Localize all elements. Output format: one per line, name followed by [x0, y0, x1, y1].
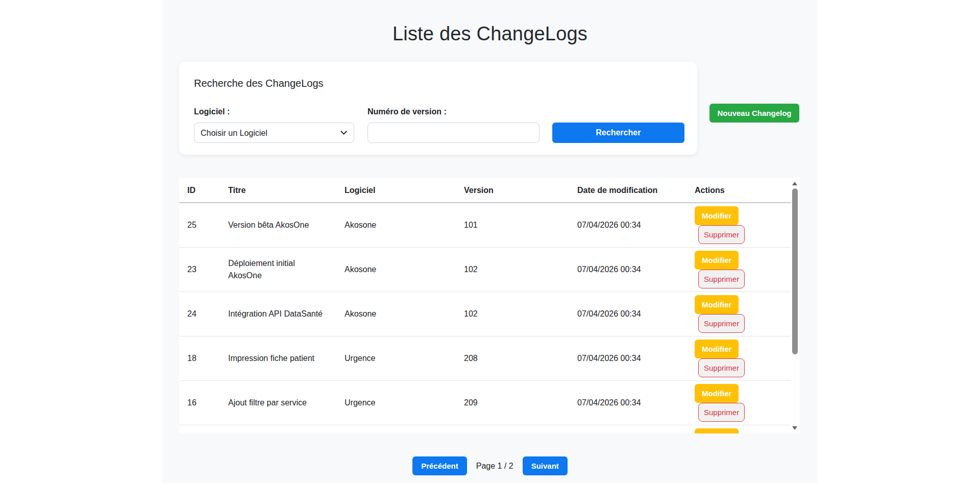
- scroll-up-icon[interactable]: [792, 182, 797, 185]
- changelog-table-container: ID Titre Logiciel Version Date de modifi…: [179, 178, 799, 433]
- header-date: Date de modification: [569, 178, 687, 203]
- changelog-table: ID Titre Logiciel Version Date de modifi…: [179, 178, 791, 433]
- table-row: 23Déploiement initial AkosOneAkosone1020…: [179, 248, 791, 292]
- version-label: Numéro de version :: [368, 107, 540, 116]
- modify-button[interactable]: Modifier: [695, 251, 739, 270]
- cell-logiciel: Urgence: [336, 336, 456, 381]
- delete-button[interactable]: Supprimer: [698, 270, 745, 288]
- modify-button[interactable]: Modifier: [695, 206, 739, 225]
- page-title: Liste des ChangeLogs: [162, 22, 818, 45]
- cell-id: 25: [179, 203, 220, 248]
- version-input[interactable]: [368, 123, 540, 143]
- pagination: Précédent Page 1 / 2 Suivant: [162, 456, 818, 475]
- table-row: 16Ajout filtre par serviceUrgence20907/0…: [179, 381, 791, 425]
- cell-titre: Intégration API DataSanté: [220, 292, 336, 336]
- table-row: 25Version bêta AkosOneAkosone10107/04/20…: [179, 203, 791, 248]
- cell-version: 209: [456, 381, 569, 425]
- header-titre: Titre: [220, 178, 336, 203]
- software-field: Logiciel : Choisir un Logiciel: [194, 107, 354, 143]
- table-row: 24Intégration API DataSantéAkosone10207/…: [179, 292, 791, 336]
- cell-id: 16: [179, 381, 220, 425]
- header-id: ID: [179, 178, 220, 203]
- cell-actions: ModifierSupprimer: [687, 203, 791, 248]
- cell-logiciel: Urgence: [336, 381, 456, 425]
- cell-date: 07/04/2026 00:34: [569, 425, 687, 434]
- modify-button[interactable]: Modifier: [695, 428, 739, 433]
- cell-id: 18: [179, 336, 220, 381]
- page-indicator: Page 1 / 2: [476, 462, 513, 471]
- software-select[interactable]: Choisir un Logiciel: [194, 123, 354, 143]
- table-scrollbar[interactable]: [791, 178, 799, 433]
- software-select-wrap: Choisir un Logiciel: [194, 123, 354, 143]
- header-logiciel: Logiciel: [336, 178, 456, 203]
- cell-date: 07/04/2026 00:34: [569, 336, 687, 381]
- table-header-row: ID Titre Logiciel Version Date de modifi…: [179, 178, 791, 203]
- cell-id: 17: [179, 425, 220, 434]
- cell-date: 07/04/2026 00:34: [569, 381, 687, 425]
- search-button[interactable]: Rechercher: [552, 123, 684, 143]
- cell-id: 24: [179, 292, 220, 336]
- next-page-button[interactable]: Suivant: [523, 456, 568, 475]
- delete-button[interactable]: Supprimer: [698, 403, 745, 422]
- table-row: 18Impression fiche patientUrgence20807/0…: [179, 336, 791, 381]
- app-root: Liste des ChangeLogs Recherche des Chang…: [162, 0, 818, 483]
- cell-version: 101: [456, 203, 569, 248]
- cell-actions: ModifierSupprimer: [687, 292, 791, 336]
- previous-page-button[interactable]: Précédent: [412, 456, 467, 475]
- cell-date: 07/04/2026 00:34: [569, 248, 687, 292]
- cell-logiciel: Akosone: [336, 292, 456, 336]
- cell-titre: Optimisation requêtes SQL: [220, 425, 336, 434]
- cell-logiciel: Akosone: [336, 248, 456, 292]
- cell-actions: ModifierSupprimer: [687, 336, 791, 381]
- delete-button[interactable]: Supprimer: [698, 358, 745, 377]
- cell-version: 209: [456, 425, 569, 434]
- cell-date: 07/04/2026 00:34: [569, 203, 687, 248]
- search-card: Recherche des ChangeLogs Logiciel : Choi…: [179, 62, 697, 155]
- changelog-table-body: 25Version bêta AkosOneAkosone10107/04/20…: [179, 203, 791, 433]
- search-form: Logiciel : Choisir un Logiciel Numéro de…: [194, 107, 684, 143]
- cell-logiciel: Akosone: [336, 203, 456, 248]
- delete-button[interactable]: Supprimer: [698, 225, 745, 244]
- modify-button[interactable]: Modifier: [695, 340, 739, 358]
- cell-titre: Version bêta AkosOne: [220, 203, 336, 248]
- modify-button[interactable]: Modifier: [695, 295, 739, 314]
- version-field: Numéro de version :: [368, 107, 540, 143]
- cell-version: 102: [456, 292, 569, 336]
- cell-titre: Impression fiche patient: [220, 336, 336, 381]
- delete-button[interactable]: Supprimer: [698, 314, 745, 333]
- cell-actions: ModifierSupprimer: [687, 381, 791, 425]
- header-actions: Actions: [687, 178, 791, 203]
- cell-actions: ModifierSupprimer: [687, 425, 791, 434]
- cell-date: 07/04/2026 00:34: [569, 292, 687, 336]
- search-heading: Recherche des ChangeLogs: [194, 77, 684, 89]
- modify-button[interactable]: Modifier: [695, 384, 739, 403]
- new-changelog-button[interactable]: Nouveau Changelog: [709, 104, 799, 123]
- header-version: Version: [456, 178, 569, 203]
- cell-actions: ModifierSupprimer: [687, 248, 791, 292]
- cell-titre: Ajout filtre par service: [220, 381, 336, 425]
- scroll-down-icon[interactable]: [792, 426, 797, 430]
- cell-id: 23: [179, 248, 220, 292]
- software-label: Logiciel :: [194, 107, 354, 116]
- cell-version: 208: [456, 336, 569, 381]
- cell-version: 102: [456, 248, 569, 292]
- scrollbar-thumb[interactable]: [792, 188, 798, 354]
- table-row: 17Optimisation requêtes SQLUrgence20907/…: [179, 425, 791, 434]
- cell-logiciel: Urgence: [336, 425, 456, 434]
- cell-titre: Déploiement initial AkosOne: [220, 248, 336, 292]
